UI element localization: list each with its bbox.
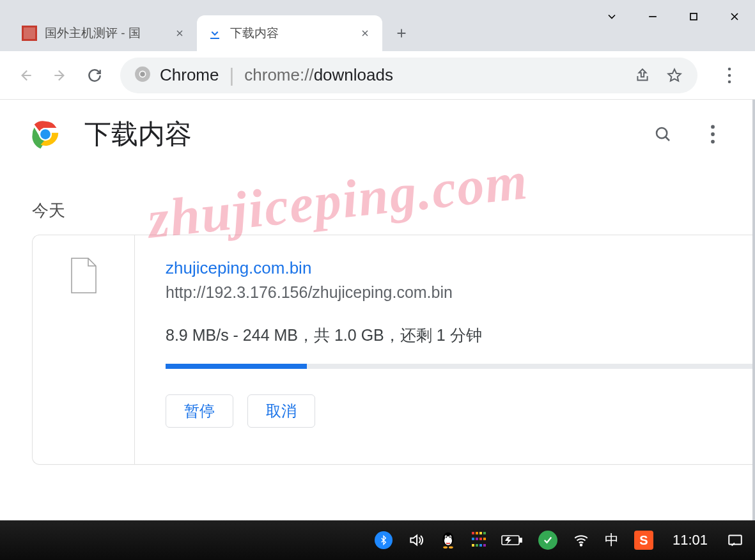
status-ok-icon[interactable] [538, 531, 557, 550]
tab-title: 下载内容 [230, 25, 349, 42]
download-url: http://192.3.176.156/zhujiceping.com.bin [166, 283, 755, 302]
download-actions: 暂停 取消 [166, 394, 755, 428]
battery-icon[interactable] [501, 533, 523, 547]
chrome-icon [134, 66, 151, 85]
download-icon [207, 26, 222, 41]
file-icon-area [33, 235, 135, 464]
sogou-ime-icon[interactable]: S [634, 531, 653, 550]
svg-point-3 [140, 72, 145, 77]
omnibox-prefix: Chrome [160, 65, 219, 85]
search-icon[interactable] [649, 120, 677, 148]
tab-title: 国外主机测评 - 国 [45, 25, 164, 42]
window-controls [591, 0, 755, 33]
notifications-icon[interactable] [727, 532, 743, 548]
omnibox-url: chrome://downloads [244, 65, 393, 85]
svg-point-5 [728, 74, 731, 77]
svg-point-13 [711, 140, 715, 144]
chrome-logo-icon [28, 117, 63, 152]
qq-icon[interactable] [440, 532, 456, 548]
window-titlebar: 国外主机测评 - 国 下载内容 [0, 0, 755, 51]
scrollbar[interactable] [752, 100, 755, 520]
address-bar[interactable]: Chrome | chrome://downloads [120, 58, 697, 93]
progress-bar-fill [166, 364, 307, 369]
close-window-button[interactable] [714, 1, 755, 32]
file-icon [69, 257, 98, 294]
maximize-button[interactable] [673, 1, 714, 32]
back-button[interactable] [12, 61, 40, 89]
pause-button[interactable]: 暂停 [166, 394, 233, 428]
progress-bar [166, 364, 755, 369]
browser-toolbar: Chrome | chrome://downloads [0, 51, 755, 100]
close-icon[interactable] [357, 25, 373, 42]
taskbar-clock[interactable]: 11:01 [673, 532, 708, 548]
svg-point-24 [580, 544, 582, 546]
tab-strip: 国外主机测评 - 国 下载内容 [12, 15, 417, 51]
svg-rect-0 [690, 13, 697, 20]
share-icon[interactable] [634, 66, 651, 84]
ime-indicator[interactable]: 中 [605, 531, 619, 550]
svg-rect-23 [520, 538, 522, 542]
svg-point-18 [446, 536, 447, 538]
download-filename[interactable]: zhujiceping.com.bin [166, 258, 755, 278]
os-taskbar: 中 S 11:01 [0, 520, 755, 560]
new-tab-button[interactable] [386, 18, 417, 49]
forward-button[interactable] [46, 61, 74, 89]
bluetooth-icon[interactable] [375, 531, 393, 549]
downloads-page: 下载内容 zhujiceping.com 今天 zhujiceping.com.… [0, 100, 755, 522]
chevron-down-icon[interactable] [591, 1, 632, 32]
svg-point-9 [40, 129, 51, 139]
close-icon[interactable] [171, 25, 188, 42]
download-card: zhujiceping.com.bin http://192.3.176.156… [32, 235, 755, 465]
reload-button[interactable] [81, 61, 109, 89]
star-icon[interactable] [665, 66, 683, 84]
svg-point-21 [449, 547, 453, 548]
svg-rect-25 [729, 535, 742, 544]
volume-icon[interactable] [408, 532, 424, 548]
tab-item-1[interactable]: 下载内容 [197, 15, 382, 51]
minimize-button[interactable] [632, 1, 673, 32]
section-label: 今天 [32, 199, 755, 222]
more-icon[interactable] [699, 120, 727, 148]
svg-point-12 [711, 132, 715, 136]
download-status: 8.9 MB/s - 244 MB，共 1.0 GB，还剩 1 分钟 [166, 325, 755, 346]
browser-menu-button[interactable] [715, 61, 743, 89]
svg-point-11 [711, 125, 715, 129]
svg-point-20 [443, 547, 448, 548]
app-icon[interactable] [472, 532, 486, 548]
svg-point-6 [728, 80, 731, 83]
separator: | [229, 65, 234, 86]
svg-point-4 [728, 67, 731, 70]
svg-point-19 [449, 536, 451, 538]
page-header: 下载内容 [0, 100, 755, 169]
download-details: zhujiceping.com.bin http://192.3.176.156… [135, 235, 755, 464]
tab-item-0[interactable]: 国外主机测评 - 国 [12, 15, 197, 51]
wifi-icon[interactable] [573, 532, 589, 548]
page-title: 下载内容 [84, 116, 192, 152]
cancel-button[interactable]: 取消 [247, 394, 315, 428]
favicon-icon [22, 26, 37, 41]
